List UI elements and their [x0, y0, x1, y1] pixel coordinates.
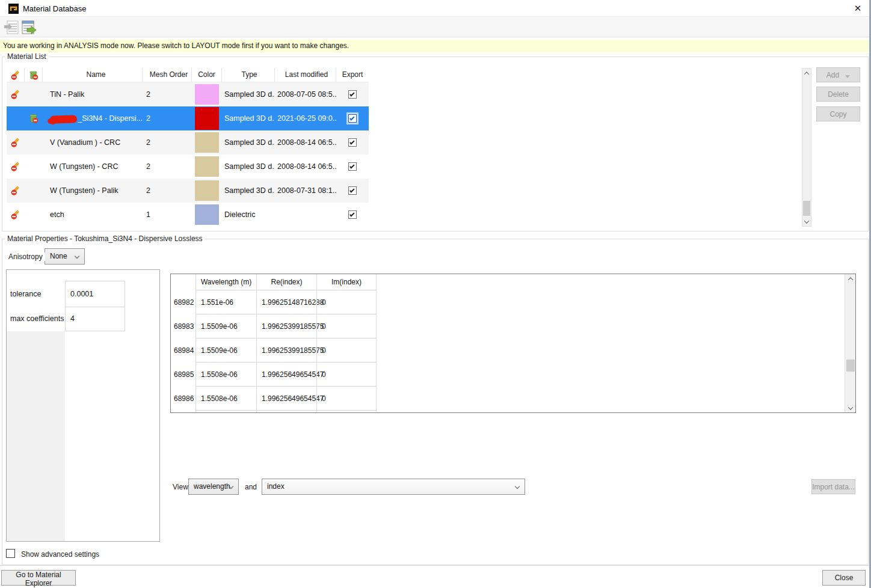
material-name: V (Vanadium ) - CRC	[43, 130, 143, 155]
last-modified	[275, 203, 336, 227]
column-header-type[interactable]: Type	[222, 68, 275, 82]
go-to-material-explorer-button[interactable]: Go to Material Explorer	[1, 570, 76, 586]
material-name: etch	[43, 203, 143, 227]
wavelength-cell: 1.5509e-06	[195, 314, 256, 338]
window-title: Material Database	[23, 4, 87, 13]
delete-button[interactable]: Delete	[816, 87, 860, 102]
color-swatch[interactable]	[195, 180, 219, 201]
row-number: 68985	[171, 363, 195, 387]
material-type: Sampled 3D d...	[222, 179, 275, 203]
material-name: TiN - Palik	[43, 82, 143, 106]
table-row-tungsten-crc[interactable]: W (Tungsten) - CRC 2 Sampled 3D d... 200…	[7, 155, 369, 179]
import-data-button[interactable]: Import data...	[811, 479, 855, 494]
im-index-cell: 0	[316, 363, 377, 387]
table-row-tungsten-palik[interactable]: W (Tungsten) - Palik 2 Sampled 3D d... 2…	[7, 179, 369, 203]
material-list-header: Name Mesh Order Color Type Last modified…	[7, 68, 369, 82]
export-checkbox[interactable]	[348, 90, 357, 99]
material-name: W (Tungsten) - Palik	[43, 179, 143, 203]
last-modified: 2008-07-31 08:1...	[275, 179, 336, 203]
re-index-cell: 1.99625399185575	[256, 338, 316, 363]
view-first-select[interactable]: wavelength	[188, 479, 239, 495]
table-row-si3n4-selected[interactable]: _Si3N4 - Dispersi... 2 Sampled 3D d... 2…	[7, 106, 369, 130]
redaction-scribble	[50, 115, 78, 123]
data-row[interactable]: 68983 1.5509e-06 1.99625399185575 0	[171, 314, 855, 338]
color-swatch[interactable]	[195, 107, 219, 130]
wavelength-cell: 1.551e-06	[195, 290, 256, 314]
material-type: Dielectric	[222, 203, 275, 227]
color-swatch[interactable]	[195, 156, 219, 177]
scroll-down-icon[interactable]	[845, 403, 855, 412]
copy-button[interactable]: Copy	[816, 106, 860, 121]
color-swatch[interactable]	[195, 84, 219, 105]
re-index-cell: 1.99625148716288	[256, 290, 316, 314]
color-swatch[interactable]	[195, 204, 219, 225]
data-table-scrollbar[interactable]	[845, 274, 855, 412]
mesh-order-value: 2	[143, 179, 192, 203]
material-list-group-label: Material List	[5, 52, 49, 61]
tolerance-value[interactable]: 0.0001	[65, 281, 125, 307]
material-type: Sampled 3D d...	[222, 82, 275, 106]
scrollbar-thumb[interactable]	[846, 360, 855, 372]
locked-delete-column-icon	[25, 68, 43, 82]
locked-edit-column-icon	[7, 68, 25, 82]
table-row-etch[interactable]: etch 1 Dielectric	[7, 203, 369, 227]
table-row-tin-palik[interactable]: TiN - Palik 2 Sampled 3D d... 2008-07-05…	[7, 82, 369, 106]
add-dropdown-icon	[845, 75, 850, 78]
row-number: 68984	[171, 338, 195, 363]
data-table-header: Wavelength (m) Re(index) Im(index)	[171, 274, 855, 290]
mesh-order-value: 2	[143, 106, 192, 130]
scrollbar-thumb[interactable]	[803, 201, 810, 216]
column-header-export[interactable]: Export	[336, 68, 369, 82]
color-swatch[interactable]	[195, 132, 219, 153]
export-checkbox[interactable]	[348, 138, 357, 147]
sampled-data-table: Wavelength (m) Re(index) Im(index) 68982…	[170, 274, 856, 413]
export-material-icon[interactable]	[20, 19, 37, 35]
parameter-label-column	[7, 331, 65, 541]
last-modified: 2021-06-25 09:0...	[275, 106, 336, 130]
mesh-order-value: 1	[143, 203, 192, 227]
column-header-mesh-order[interactable]: Mesh Order	[143, 68, 192, 82]
column-header-re-index[interactable]: Re(index)	[256, 274, 316, 290]
data-row[interactable]: 68984 1.5509e-06 1.99625399185575 0	[171, 338, 855, 363]
mode-warning-banner: You are working in ANALYSIS mode now. Pl…	[0, 40, 871, 52]
parameter-label: max coefficients	[10, 307, 64, 331]
row-number: 68986	[171, 387, 195, 411]
data-row[interactable]: 68985 1.5508e-06 1.99625649654547 0	[171, 363, 855, 387]
last-modified: 2008-08-14 06:5...	[275, 155, 336, 179]
scroll-up-icon[interactable]	[802, 69, 811, 78]
material-properties-group-label: Material Properties - Tokushima_Si3N4 - …	[5, 234, 205, 243]
export-checkbox[interactable]	[346, 112, 359, 124]
export-checkbox[interactable]	[348, 210, 357, 219]
table-row-vanadium-crc[interactable]: V (Vanadium ) - CRC 2 Sampled 3D d... 20…	[7, 130, 369, 155]
scroll-up-icon[interactable]	[845, 274, 855, 283]
data-row[interactable]: 68986 1.5508e-06 1.99625649654547 0	[171, 387, 855, 411]
scroll-down-icon[interactable]	[802, 217, 811, 226]
import-material-icon[interactable]	[4, 19, 20, 35]
chevron-down-icon	[75, 254, 79, 259]
material-type: Sampled 3D d...	[222, 155, 275, 179]
column-header-color[interactable]: Color	[192, 68, 222, 82]
add-button[interactable]: Add	[816, 67, 860, 82]
re-index-cell: 1.99625649654547	[256, 387, 316, 411]
close-button[interactable]: Close	[822, 570, 866, 586]
im-index-cell: 0	[316, 387, 377, 411]
im-index-cell: 0	[316, 314, 377, 338]
im-index-cell: 0	[316, 290, 377, 314]
view-second-select[interactable]: index	[262, 479, 525, 495]
column-header-wavelength[interactable]: Wavelength (m)	[195, 274, 256, 290]
and-label: and	[242, 483, 259, 491]
show-advanced-checkbox[interactable]	[6, 549, 15, 558]
footer-separator	[0, 565, 871, 566]
export-checkbox[interactable]	[348, 186, 357, 195]
material-list-scrollbar[interactable]	[802, 68, 811, 227]
column-header-im-index[interactable]: Im(index)	[316, 274, 377, 290]
max-coefficients-value[interactable]: 4	[65, 307, 125, 331]
mesh-order-value: 2	[143, 155, 192, 179]
data-row[interactable]: 68982 1.551e-06 1.99625148716288 0	[171, 290, 855, 314]
last-modified: 2008-08-14 06:5...	[275, 130, 336, 155]
anisotropy-select[interactable]: None	[45, 248, 85, 265]
column-header-last-modified[interactable]: Last modified	[275, 68, 336, 82]
export-checkbox[interactable]	[348, 162, 357, 171]
close-window-icon[interactable]: ✕	[851, 2, 865, 15]
column-header-name[interactable]: Name	[43, 68, 143, 82]
